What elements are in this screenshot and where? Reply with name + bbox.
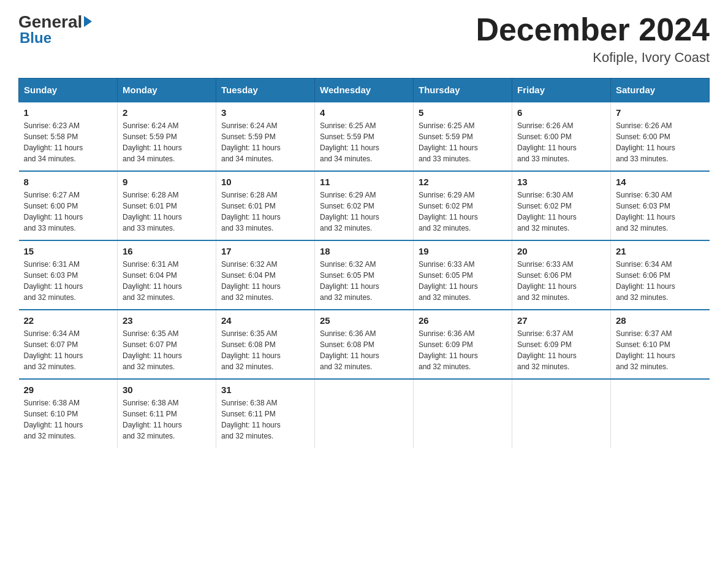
day-number: 23 xyxy=(123,315,211,326)
day-number: 4 xyxy=(320,107,408,118)
day-number: 2 xyxy=(123,107,211,118)
day-number: 20 xyxy=(517,246,605,256)
calendar-cell: 23Sunrise: 6:35 AM Sunset: 6:07 PM Dayli… xyxy=(118,310,216,379)
calendar-cell xyxy=(512,379,611,448)
calendar-cell: 8Sunrise: 6:27 AM Sunset: 6:00 PM Daylig… xyxy=(19,171,118,240)
location-label: Kofiple, Ivory Coast xyxy=(476,50,710,66)
day-info: Sunrise: 6:32 AM Sunset: 6:04 PM Dayligh… xyxy=(221,259,309,303)
day-number: 13 xyxy=(517,177,605,187)
calendar-week-row: 29Sunrise: 6:38 AM Sunset: 6:10 PM Dayli… xyxy=(19,379,710,448)
day-info: Sunrise: 6:31 AM Sunset: 6:04 PM Dayligh… xyxy=(123,259,211,303)
calendar-cell: 9Sunrise: 6:28 AM Sunset: 6:01 PM Daylig… xyxy=(118,171,216,240)
calendar-cell: 10Sunrise: 6:28 AM Sunset: 6:01 PM Dayli… xyxy=(216,171,315,240)
day-info: Sunrise: 6:23 AM Sunset: 5:58 PM Dayligh… xyxy=(24,120,113,164)
calendar-cell: 4Sunrise: 6:25 AM Sunset: 5:59 PM Daylig… xyxy=(315,102,414,171)
day-info: Sunrise: 6:34 AM Sunset: 6:06 PM Dayligh… xyxy=(616,259,705,303)
title-section: December 2024 Kofiple, Ivory Coast xyxy=(476,12,710,66)
day-number: 19 xyxy=(419,246,507,256)
calendar-cell: 6Sunrise: 6:26 AM Sunset: 6:00 PM Daylig… xyxy=(512,102,611,171)
day-number: 17 xyxy=(221,246,309,256)
day-info: Sunrise: 6:24 AM Sunset: 5:59 PM Dayligh… xyxy=(221,120,309,164)
day-number: 12 xyxy=(419,177,507,187)
logo-subtitle: Blue xyxy=(20,29,51,47)
calendar-cell: 15Sunrise: 6:31 AM Sunset: 6:03 PM Dayli… xyxy=(19,240,118,310)
calendar-cell: 13Sunrise: 6:30 AM Sunset: 6:02 PM Dayli… xyxy=(512,171,611,240)
calendar-cell: 1Sunrise: 6:23 AM Sunset: 5:58 PM Daylig… xyxy=(19,102,118,171)
calendar-cell xyxy=(315,379,414,448)
day-number: 31 xyxy=(221,385,309,395)
calendar-cell: 17Sunrise: 6:32 AM Sunset: 6:04 PM Dayli… xyxy=(216,240,315,310)
calendar-cell xyxy=(414,379,512,448)
day-info: Sunrise: 6:31 AM Sunset: 6:03 PM Dayligh… xyxy=(24,259,113,303)
calendar-cell: 19Sunrise: 6:33 AM Sunset: 6:05 PM Dayli… xyxy=(414,240,512,310)
day-info: Sunrise: 6:37 AM Sunset: 6:10 PM Dayligh… xyxy=(616,328,705,372)
day-info: Sunrise: 6:35 AM Sunset: 6:08 PM Dayligh… xyxy=(221,328,309,372)
day-info: Sunrise: 6:33 AM Sunset: 6:06 PM Dayligh… xyxy=(517,259,605,303)
logo-triangle-icon xyxy=(84,16,92,27)
day-number: 16 xyxy=(123,246,211,256)
calendar-cell: 21Sunrise: 6:34 AM Sunset: 6:06 PM Dayli… xyxy=(611,240,710,310)
calendar-header-monday: Monday xyxy=(118,79,216,102)
day-number: 10 xyxy=(221,177,309,187)
page-header: General Blue December 2024 Kofiple, Ivor… xyxy=(18,12,710,66)
day-info: Sunrise: 6:35 AM Sunset: 6:07 PM Dayligh… xyxy=(123,328,211,372)
calendar-cell: 2Sunrise: 6:24 AM Sunset: 5:59 PM Daylig… xyxy=(118,102,216,171)
calendar-header-sunday: Sunday xyxy=(19,79,118,102)
calendar-cell: 29Sunrise: 6:38 AM Sunset: 6:10 PM Dayli… xyxy=(19,379,118,448)
calendar-cell xyxy=(611,379,710,448)
calendar-cell: 27Sunrise: 6:37 AM Sunset: 6:09 PM Dayli… xyxy=(512,310,611,379)
calendar-cell: 31Sunrise: 6:38 AM Sunset: 6:11 PM Dayli… xyxy=(216,379,315,448)
calendar-header-row: SundayMondayTuesdayWednesdayThursdayFrid… xyxy=(19,79,710,102)
day-info: Sunrise: 6:26 AM Sunset: 6:00 PM Dayligh… xyxy=(517,120,605,164)
day-info: Sunrise: 6:28 AM Sunset: 6:01 PM Dayligh… xyxy=(123,190,211,234)
day-info: Sunrise: 6:30 AM Sunset: 6:03 PM Dayligh… xyxy=(616,190,705,234)
day-info: Sunrise: 6:37 AM Sunset: 6:09 PM Dayligh… xyxy=(517,328,605,372)
day-number: 18 xyxy=(320,246,408,256)
logo: General Blue xyxy=(18,12,92,47)
calendar-cell: 30Sunrise: 6:38 AM Sunset: 6:11 PM Dayli… xyxy=(118,379,216,448)
day-number: 26 xyxy=(419,315,507,326)
day-info: Sunrise: 6:38 AM Sunset: 6:11 PM Dayligh… xyxy=(221,397,309,442)
day-number: 27 xyxy=(517,315,605,326)
calendar-cell: 16Sunrise: 6:31 AM Sunset: 6:04 PM Dayli… xyxy=(118,240,216,310)
day-number: 22 xyxy=(24,315,113,326)
day-number: 28 xyxy=(616,315,705,326)
day-number: 14 xyxy=(616,177,705,187)
day-info: Sunrise: 6:29 AM Sunset: 6:02 PM Dayligh… xyxy=(320,190,408,234)
day-info: Sunrise: 6:38 AM Sunset: 6:10 PM Dayligh… xyxy=(24,397,113,442)
day-info: Sunrise: 6:24 AM Sunset: 5:59 PM Dayligh… xyxy=(123,120,211,164)
calendar-cell: 18Sunrise: 6:32 AM Sunset: 6:05 PM Dayli… xyxy=(315,240,414,310)
calendar-cell: 20Sunrise: 6:33 AM Sunset: 6:06 PM Dayli… xyxy=(512,240,611,310)
calendar-cell: 11Sunrise: 6:29 AM Sunset: 6:02 PM Dayli… xyxy=(315,171,414,240)
day-number: 21 xyxy=(616,246,705,256)
day-info: Sunrise: 6:25 AM Sunset: 5:59 PM Dayligh… xyxy=(320,120,408,164)
day-number: 3 xyxy=(221,107,309,118)
day-info: Sunrise: 6:28 AM Sunset: 6:01 PM Dayligh… xyxy=(221,190,309,234)
day-number: 25 xyxy=(320,315,408,326)
day-number: 29 xyxy=(24,385,113,395)
calendar-cell: 12Sunrise: 6:29 AM Sunset: 6:02 PM Dayli… xyxy=(414,171,512,240)
calendar-cell: 14Sunrise: 6:30 AM Sunset: 6:03 PM Dayli… xyxy=(611,171,710,240)
calendar-header-thursday: Thursday xyxy=(414,79,512,102)
calendar-cell: 7Sunrise: 6:26 AM Sunset: 6:00 PM Daylig… xyxy=(611,102,710,171)
day-info: Sunrise: 6:27 AM Sunset: 6:00 PM Dayligh… xyxy=(24,190,113,234)
day-info: Sunrise: 6:29 AM Sunset: 6:02 PM Dayligh… xyxy=(419,190,507,234)
calendar-cell: 5Sunrise: 6:25 AM Sunset: 5:59 PM Daylig… xyxy=(414,102,512,171)
day-info: Sunrise: 6:34 AM Sunset: 6:07 PM Dayligh… xyxy=(24,328,113,372)
day-info: Sunrise: 6:26 AM Sunset: 6:00 PM Dayligh… xyxy=(616,120,705,164)
day-info: Sunrise: 6:38 AM Sunset: 6:11 PM Dayligh… xyxy=(123,397,211,442)
calendar-header-saturday: Saturday xyxy=(611,79,710,102)
calendar-week-row: 22Sunrise: 6:34 AM Sunset: 6:07 PM Dayli… xyxy=(19,310,710,379)
day-number: 15 xyxy=(24,246,113,256)
day-number: 7 xyxy=(616,107,705,118)
calendar-cell: 28Sunrise: 6:37 AM Sunset: 6:10 PM Dayli… xyxy=(611,310,710,379)
calendar-header-friday: Friday xyxy=(512,79,611,102)
calendar-cell: 26Sunrise: 6:36 AM Sunset: 6:09 PM Dayli… xyxy=(414,310,512,379)
day-number: 1 xyxy=(24,107,113,118)
day-number: 9 xyxy=(123,177,211,187)
day-number: 8 xyxy=(24,177,113,187)
calendar-cell: 25Sunrise: 6:36 AM Sunset: 6:08 PM Dayli… xyxy=(315,310,414,379)
day-number: 24 xyxy=(221,315,309,326)
calendar-cell: 3Sunrise: 6:24 AM Sunset: 5:59 PM Daylig… xyxy=(216,102,315,171)
calendar-cell: 24Sunrise: 6:35 AM Sunset: 6:08 PM Dayli… xyxy=(216,310,315,379)
